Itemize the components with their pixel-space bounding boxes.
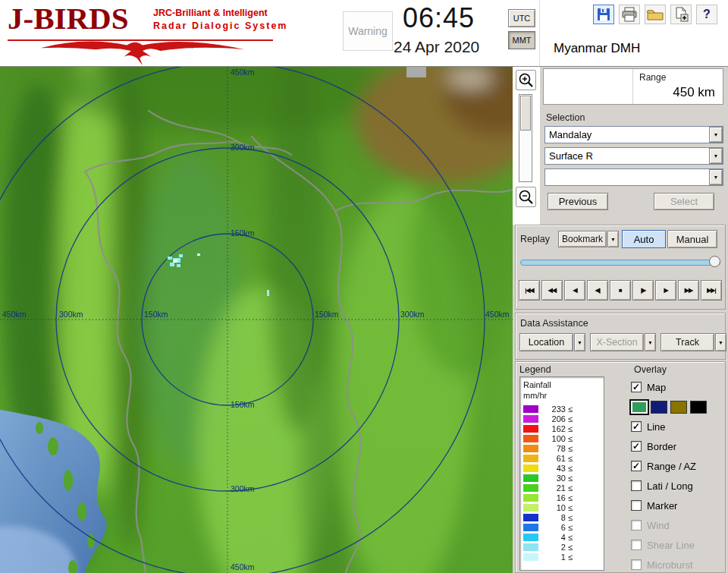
legend-level-row: 78 ≤ [523, 444, 601, 454]
bookmark-dropdown-button[interactable]: ▼ [607, 231, 619, 247]
option-select[interactable]: ▼ [544, 168, 723, 186]
playback-button-6[interactable]: ▶ [655, 280, 676, 301]
legend-level-value: 2 ≤ [542, 543, 573, 552]
station-title: Myanmar DMH [554, 41, 640, 56]
checkbox-map[interactable]: ✓ [631, 382, 642, 392]
option-select-arrow-button[interactable]: ▼ [709, 169, 723, 185]
clock-date: 24 Apr 2020 [394, 38, 479, 56]
help-button[interactable]: ? [696, 5, 717, 24]
zoom-in-button[interactable] [516, 70, 536, 90]
ring-label: 300km [400, 310, 425, 319]
overlay-row-map[interactable]: ✓Map [631, 377, 725, 397]
utc-label: UTC [513, 14, 531, 23]
playback-button-7[interactable]: ▶▶ [678, 280, 699, 301]
export-button[interactable] [670, 5, 692, 24]
map-style-swatch-3[interactable] [690, 401, 707, 414]
site-select-arrow-button[interactable]: ▼ [709, 127, 723, 143]
range-display-left [544, 69, 633, 104]
radar-map[interactable]: 450km 300km 150km 150km 300km 450km 450k… [0, 67, 513, 573]
warning-button[interactable]: Warning [343, 11, 393, 51]
track-dropdown-button[interactable]: ▼ [715, 333, 726, 351]
legend-level-value: 16 ≤ [542, 493, 573, 502]
range-box: Range 450 km [543, 68, 723, 105]
site-select[interactable]: Mandalay ▼ [544, 126, 723, 143]
legend-level-row: 206 ≤ [523, 414, 601, 424]
location-button[interactable]: Location [519, 333, 573, 351]
overlay-row-line[interactable]: ✓Line [631, 417, 725, 436]
auto-button[interactable]: Auto [622, 230, 666, 248]
replay-slider[interactable] [520, 256, 720, 268]
map-style-swatch-0[interactable] [631, 401, 648, 414]
legend-level-row: 43 ≤ [523, 464, 601, 474]
bookmark-button[interactable]: Bookmark [558, 231, 607, 247]
replay-section: Replay Bookmark ▼ Auto Manual |◀◀◀◀◀◀|■|… [515, 225, 726, 310]
overlay-row-border[interactable]: ✓Border [631, 436, 725, 456]
overlay-row-lati-long[interactable]: Lati / Long [631, 476, 725, 496]
save-button[interactable] [593, 5, 614, 24]
logo-title: J-BIRDS [8, 1, 128, 36]
overlay-row-range-az[interactable]: ✓Range / AZ [631, 456, 725, 476]
checkbox-microburst[interactable] [631, 559, 642, 570]
print-icon [621, 7, 638, 22]
checkbox-line[interactable]: ✓ [631, 421, 642, 432]
checkbox-lati-long[interactable] [631, 480, 642, 491]
legend-color-swatch [523, 425, 538, 433]
control-panel-top: Range 450 km Selection Mandalay ▼ Surfac… [540, 67, 728, 225]
zoom-slider-thumb[interactable] [520, 96, 531, 131]
map-style-swatch-1[interactable] [651, 401, 667, 414]
utc-button[interactable]: UTC [508, 9, 535, 27]
eagle-icon [29, 38, 256, 65]
product-select-value: Surface R [545, 150, 709, 162]
select-button[interactable]: Select [654, 193, 714, 210]
checkbox-shear-line[interactable] [631, 540, 642, 550]
print-button[interactable] [619, 5, 640, 24]
replay-slider-track[interactable] [520, 260, 720, 266]
previous-button[interactable]: Previous [548, 193, 608, 210]
range-label: Range [639, 72, 715, 83]
checkbox-border[interactable]: ✓ [631, 441, 642, 452]
zoom-out-button[interactable] [516, 187, 536, 207]
zoom-slider[interactable] [519, 94, 532, 182]
playback-button-4[interactable]: ■ [610, 280, 631, 301]
manual-button[interactable]: Manual [667, 230, 717, 248]
overlay-row-wind[interactable]: Wind [631, 515, 725, 535]
playback-button-0[interactable]: |◀◀ [519, 280, 540, 301]
x-section-button[interactable]: X-Section [590, 333, 644, 351]
overlay-row-microburst[interactable]: Microburst [631, 555, 725, 573]
ring-label: 150km [144, 310, 168, 319]
radar-map-area[interactable]: 450km 300km 150km 150km 300km 450km 450k… [0, 67, 513, 573]
open-folder-button[interactable] [645, 5, 666, 24]
da-split-track: Track▼ [661, 333, 726, 351]
ring-label: 300km [231, 484, 255, 493]
mmt-button[interactable]: MMT [508, 31, 535, 49]
checkbox-marker[interactable] [631, 500, 642, 511]
overlay-row-marker[interactable]: Marker [631, 496, 725, 515]
range-value: 450 km [639, 85, 715, 100]
product-select[interactable]: Surface R ▼ [544, 147, 723, 165]
legend-level-value: 8 ≤ [542, 513, 573, 522]
legend-level-value: 100 ≤ [542, 434, 573, 443]
overlay-row-shear-line[interactable]: Shear Line [631, 535, 725, 555]
playback-button-3[interactable]: ◀| [587, 280, 608, 301]
location-dropdown-button[interactable]: ▼ [574, 333, 585, 351]
logo-subtitle-line1: JRC-Brilliant & Intelligent [153, 8, 287, 20]
chevron-down-icon: ▼ [610, 237, 616, 242]
product-select-arrow-button[interactable]: ▼ [709, 148, 723, 164]
playback-button-2[interactable]: ◀ [564, 280, 585, 301]
legend-level-value: 43 ≤ [542, 464, 573, 473]
track-button[interactable]: Track [661, 333, 714, 351]
replay-slider-thumb[interactable] [709, 256, 720, 267]
playback-button-5[interactable]: |▶ [632, 280, 654, 301]
legend-color-swatch [523, 415, 538, 423]
legend-level-row: 4 ≤ [523, 533, 601, 543]
data-assistance-buttons: Location▼X-Section▼Track▼ [519, 333, 726, 351]
checkbox-wind[interactable] [631, 520, 642, 530]
playback-button-8[interactable]: ▶▶| [701, 280, 722, 301]
playback-button-1[interactable]: ◀◀ [541, 280, 563, 301]
chevron-down-icon: ▼ [714, 132, 719, 137]
legend-color-swatch [523, 435, 538, 442]
logo: J-BIRDS JRC-Brilliant & Intelligent Rada… [8, 2, 288, 65]
checkbox-range-az[interactable]: ✓ [631, 461, 642, 471]
x-section-dropdown-button[interactable]: ▼ [645, 333, 656, 351]
map-style-swatch-2[interactable] [670, 401, 687, 414]
